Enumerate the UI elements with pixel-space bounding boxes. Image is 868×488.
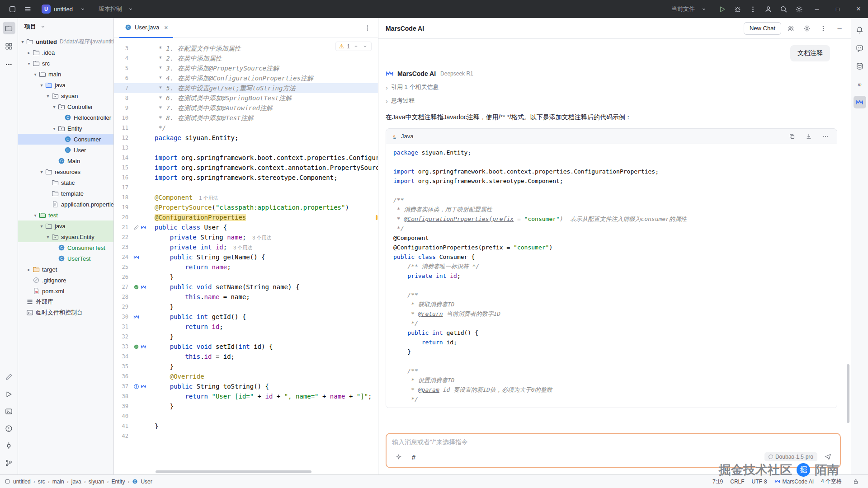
editor-line-24[interactable]: 24 public String getName() { (114, 252, 378, 262)
chevron-right-icon[interactable]: ▸ (26, 267, 32, 272)
tree-item-hellocontroller[interactable]: CHellocontroller (18, 112, 113, 123)
main-menu-icon[interactable] (21, 2, 34, 16)
version-control-tool-button[interactable] (3, 456, 15, 469)
ai-minimize-icon[interactable]: ─ (833, 22, 846, 35)
tree-item-consumer[interactable]: CConsumer (18, 134, 113, 145)
editor-line-38[interactable]: 38 return "User [id=" + id + ", name=" +… (114, 391, 378, 401)
file-encoding[interactable]: UTF-8 (752, 479, 767, 485)
tree-item-test-java[interactable]: ▾java (18, 221, 113, 231)
editor-line-30[interactable]: 30 public int getId() { (114, 312, 378, 322)
tree-item-template[interactable]: template (18, 188, 113, 199)
marscode-status[interactable]: MarsCode AI (774, 479, 814, 485)
insert-code-icon[interactable] (802, 130, 816, 143)
tree-item-main[interactable]: ▾main (18, 69, 113, 80)
editor-line-17[interactable]: 17 (114, 183, 378, 192)
breadcrumb-item-untitled[interactable]: untitled (13, 479, 31, 485)
usage-hint[interactable]: 3 个用法 (233, 245, 252, 250)
editor-line-36[interactable]: 36 @Override (114, 371, 378, 381)
chevron-down-icon[interactable]: ▾ (39, 224, 44, 229)
tree-item-siyuan[interactable]: ▾siyuan (18, 90, 113, 101)
chevron-down-icon[interactable]: ▾ (26, 61, 32, 66)
breadcrumb-item-siyuan[interactable]: siyuan (89, 479, 104, 485)
commit-tool-button[interactable] (3, 439, 15, 452)
settings-icon[interactable] (792, 2, 806, 16)
breadcrumb-item-main[interactable]: main (52, 479, 64, 485)
project-panel-header[interactable]: 项目 (18, 18, 113, 35)
line-separator[interactable]: CRLF (730, 479, 744, 485)
tree-item-user[interactable]: CUser (18, 145, 113, 155)
chevron-down-icon[interactable]: ▾ (45, 235, 51, 239)
editor-line-16[interactable]: 16import org.springframework.stereotype.… (114, 173, 378, 183)
window-icon[interactable] (5, 2, 19, 16)
next-problem-icon[interactable] (362, 43, 368, 50)
ai-settings-icon[interactable] (800, 22, 814, 35)
editor-line-35[interactable]: 35 } (114, 361, 378, 371)
editor-line-26[interactable]: 26 } (114, 272, 378, 282)
project-widget[interactable]: U untitled (38, 1, 93, 17)
editor-line-27[interactable]: 27 public void setName(String name) { (114, 282, 378, 292)
inspections-widget[interactable]: ⚠ 1 (335, 42, 372, 51)
marscode-tool-button[interactable] (854, 96, 866, 108)
indent-info[interactable]: 4 个空格 (821, 478, 842, 485)
close-tab-icon[interactable]: × (164, 24, 168, 31)
editor-line-5[interactable]: 5 * 3. 在类中添加@PropertySource注解 (114, 63, 378, 73)
references-toggle[interactable]: › 引用 1 个相关信息 (386, 83, 841, 91)
editor-line-15[interactable]: 15import org.springframework.context.ann… (114, 163, 378, 173)
editor-line-41[interactable]: 41} (114, 421, 378, 431)
editor-line-33[interactable]: 33 public void setId(int id) { (114, 342, 378, 352)
editor-line-22[interactable]: 22 private String name;3 个用法 (114, 232, 378, 242)
tree-item-pom-xml[interactable]: mpom.xml (18, 286, 113, 296)
vcs-widget[interactable]: 版本控制 (95, 2, 141, 16)
editor-line-19[interactable]: 19@PropertySource("classpath:application… (114, 202, 378, 212)
horizontal-scrollbar[interactable] (156, 470, 311, 473)
editor-line-11[interactable]: 11 */ (114, 123, 378, 133)
caret-position[interactable]: 7:19 (712, 479, 723, 485)
tree-item-entity[interactable]: ▾Entity (18, 123, 113, 134)
editor-line-21[interactable]: 21public class User { (114, 222, 378, 232)
editor-tab-user-java[interactable]: C User.java × (119, 18, 173, 38)
more-actions-icon[interactable] (746, 2, 760, 16)
previous-problem-icon[interactable] (353, 43, 359, 50)
editor-line-20[interactable]: 20@ConfigurationProperties (114, 212, 378, 222)
ai-agents-icon[interactable] (784, 22, 797, 35)
thinking-toggle[interactable]: › 思考过程 (386, 97, 841, 105)
editor-line-12[interactable]: 12package siyuan.Entity; (114, 133, 378, 143)
account-icon[interactable] (761, 2, 775, 16)
minimize-button[interactable]: ─ (807, 0, 826, 18)
ai-scrollbar[interactable] (847, 364, 849, 423)
usage-hint[interactable]: 1 个用法 (199, 195, 218, 201)
editor-line-13[interactable]: 13 (114, 143, 378, 153)
tree-item-resources[interactable]: ▾resources (18, 166, 113, 177)
close-button[interactable]: × (849, 0, 868, 18)
database-tool-button[interactable] (854, 60, 866, 72)
editor-line-7[interactable]: 7 * 5. 在类中设置get/set;重写toString方法 (114, 83, 378, 93)
context-hash-icon[interactable]: # (409, 453, 418, 461)
editor-line-29[interactable]: 29 } (114, 302, 378, 312)
editor-line-31[interactable]: 31 return id; (114, 322, 378, 332)
notifications-button[interactable] (854, 23, 866, 36)
maximize-button[interactable]: □ (828, 0, 847, 18)
editor-line-23[interactable]: 23 private int id;3 个用法 (114, 242, 378, 252)
tree-item-application-properties[interactable]: application.properties (18, 199, 113, 210)
editor-line-25[interactable]: 25 return name; (114, 262, 378, 272)
message-input[interactable] (392, 438, 835, 446)
skills-icon[interactable] (392, 450, 406, 464)
chevron-down-icon[interactable]: ▾ (33, 72, 38, 77)
editor-line-10[interactable]: 10 * 8. 在测试类中添加@Test注解 (114, 113, 378, 123)
tree-item-static[interactable]: static (18, 177, 113, 188)
terminal-tool-button[interactable] (3, 405, 15, 418)
model-selector[interactable]: Doubao-1.5-pro (764, 452, 817, 461)
editor-line-18[interactable]: 18@Component1 个用法 (114, 192, 378, 202)
debug-button[interactable] (731, 2, 744, 16)
chevron-down-icon[interactable]: ▾ (45, 94, 51, 99)
copy-code-icon[interactable] (785, 130, 799, 143)
breadcrumb-item-src[interactable]: src (38, 479, 45, 485)
run-button[interactable] (715, 2, 729, 16)
search-icon[interactable] (777, 2, 790, 16)
tree-item-controller[interactable]: ▾Controller (18, 101, 113, 112)
problems-tool-button[interactable] (3, 422, 15, 435)
structure-tool-button[interactable] (3, 40, 15, 52)
tree-item-gitignore[interactable]: .gitignore (18, 275, 113, 286)
tree-item-src[interactable]: ▾src (18, 58, 113, 69)
editor-line-40[interactable]: 40 (114, 411, 378, 421)
